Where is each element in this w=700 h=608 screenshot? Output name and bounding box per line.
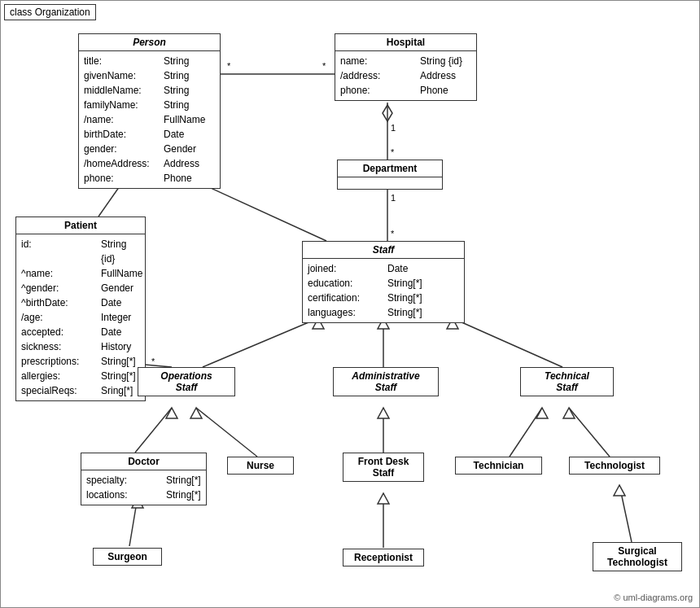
surgical-technologist-title: SurgicalTechnologist <box>593 543 681 571</box>
svg-line-37 <box>619 485 632 542</box>
technical-staff-title: TechnicalStaff <box>521 368 613 396</box>
svg-line-25 <box>196 408 257 457</box>
doctor-title: Doctor <box>81 453 206 470</box>
svg-text:*: * <box>322 61 326 71</box>
department-attrs <box>338 177 442 189</box>
svg-marker-38 <box>614 485 625 496</box>
svg-line-31 <box>569 408 610 457</box>
department-class: Department <box>337 160 443 190</box>
svg-marker-24 <box>166 408 177 418</box>
diagram-title: class Organization <box>4 4 96 20</box>
surgeon-class: Surgeon <box>93 548 162 566</box>
svg-marker-26 <box>190 408 202 418</box>
svg-line-17 <box>203 318 318 367</box>
receptionist-class: Receptionist <box>343 549 424 566</box>
svg-line-21 <box>453 318 562 367</box>
staff-attrs: joined:Date education:String[*] certific… <box>303 259 464 322</box>
hospital-attrs: name:String {id} /address:Address phone:… <box>335 51 476 100</box>
surgeon-title: Surgeon <box>94 549 161 565</box>
department-title: Department <box>338 160 442 177</box>
svg-text:1: 1 <box>391 193 396 203</box>
svg-marker-4 <box>383 105 392 121</box>
receptionist-title: Receptionist <box>343 549 423 566</box>
technical-staff-class: TechnicalStaff <box>520 367 614 396</box>
svg-marker-28 <box>378 408 389 418</box>
operations-staff-class: OperationsStaff <box>138 367 235 396</box>
operations-staff-title: OperationsStaff <box>138 368 234 396</box>
svg-marker-30 <box>536 408 548 418</box>
hospital-title: Hospital <box>335 34 476 51</box>
uml-diagram: class Organization * * 1 * 1 * * * <box>0 0 700 608</box>
svg-text:*: * <box>391 229 395 238</box>
technologist-class: Technologist <box>569 457 660 475</box>
hospital-class: Hospital name:String {id} /address:Addre… <box>335 33 477 101</box>
technologist-title: Technologist <box>570 457 659 474</box>
svg-marker-32 <box>563 408 575 418</box>
svg-line-29 <box>510 408 542 457</box>
nurse-class: Nurse <box>227 457 294 475</box>
patient-title: Patient <box>16 217 145 234</box>
svg-text:1: 1 <box>391 123 396 133</box>
administrative-staff-title: AdministrativeStaff <box>334 368 438 396</box>
technician-class: Technician <box>455 457 542 475</box>
doctor-class: Doctor specialty:String[*] locations:Str… <box>81 453 207 505</box>
nurse-title: Nurse <box>228 457 293 474</box>
svg-line-23 <box>135 408 172 453</box>
svg-marker-36 <box>378 493 389 504</box>
svg-text:*: * <box>227 61 231 71</box>
person-class: Person title:String givenName:String mid… <box>78 33 221 189</box>
staff-class: Staff joined:Date education:String[*] ce… <box>302 241 465 323</box>
person-attrs: title:String givenName:String middleName… <box>79 51 220 188</box>
copyright-label: © uml-diagrams.org <box>614 593 693 602</box>
svg-text:*: * <box>151 356 155 366</box>
surgical-technologist-class: SurgicalTechnologist <box>593 542 682 571</box>
person-title: Person <box>79 34 220 51</box>
front-desk-staff-class: Front DeskStaff <box>343 453 424 482</box>
doctor-attrs: specialty:String[*] locations:String[*] <box>81 470 206 505</box>
svg-text:*: * <box>391 147 395 157</box>
patient-class: Patient id:String {id} ^name:FullName ^g… <box>15 217 146 401</box>
front-desk-staff-title: Front DeskStaff <box>343 453 423 481</box>
administrative-staff-class: AdministrativeStaff <box>333 367 439 396</box>
patient-attrs: id:String {id} ^name:FullName ^gender:Ge… <box>16 234 145 400</box>
staff-title: Staff <box>303 242 464 259</box>
technician-title: Technician <box>456 457 541 474</box>
